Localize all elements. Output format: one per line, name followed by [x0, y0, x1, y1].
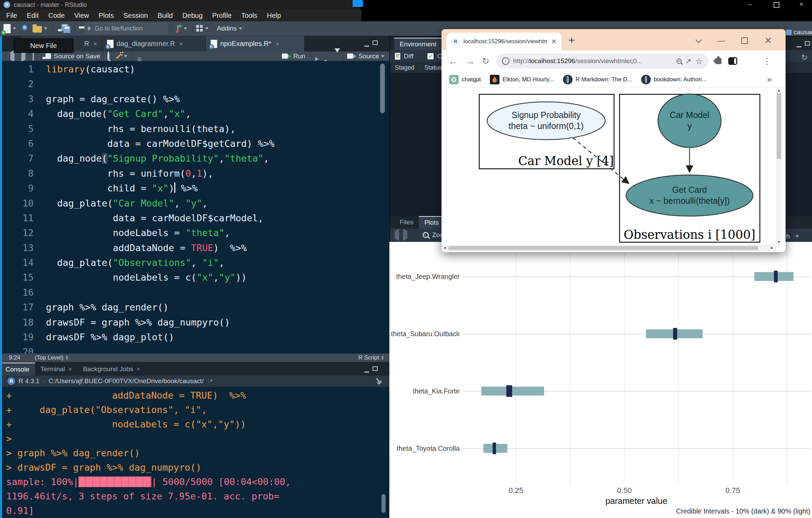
- editor-pane-minimize[interactable]: [364, 42, 369, 48]
- menu-build[interactable]: Build: [153, 10, 177, 21]
- hscroll-thumb[interactable]: [448, 246, 758, 250]
- tab-plots[interactable]: Plots: [419, 216, 444, 228]
- goto-directory-icon[interactable]: ➝: [205, 376, 215, 386]
- console-tab-console[interactable]: Console: [0, 363, 35, 376]
- browser-reload-button[interactable]: ↻: [482, 56, 490, 67]
- browser-tab[interactable]: R localhost:15296/session/viewhtm ✕: [446, 33, 562, 50]
- console-output[interactable]: + addDataNode = TRUE) %>%+ dag_plate("Ob…: [0, 387, 389, 518]
- close-button[interactable]: ×: [799, 0, 803, 8]
- url-text[interactable]: http://localhost:15296/session/viewhtmle…: [513, 57, 673, 65]
- tab-environment[interactable]: Environment: [394, 38, 442, 50]
- profile-avatar[interactable]: [744, 55, 756, 67]
- editor-scrollbar[interactable]: [380, 63, 385, 113]
- editor-tab-dag-diagrammer-r[interactable]: Rdag_diagrammer.R×: [102, 36, 206, 51]
- minimize-button[interactable]: –: [748, 0, 752, 8]
- console-pane-minimize[interactable]: [364, 368, 369, 374]
- goto-file-box[interactable]: [85, 23, 167, 34]
- bookmarks-overflow[interactable]: »: [767, 74, 772, 85]
- bookmark-star-icon[interactable]: ☆: [695, 56, 703, 66]
- find-button[interactable]: [107, 52, 109, 60]
- close-tab-icon[interactable]: ×: [179, 40, 183, 48]
- extensions-icon[interactable]: [715, 58, 721, 64]
- clear-console-icon[interactable]: [374, 376, 383, 386]
- tab-files[interactable]: Files: [394, 216, 419, 228]
- editor-tab-npoexamples-r[interactable]: RnpoExamples.R*×: [206, 36, 305, 51]
- editor-pane-maximize[interactable]: [373, 40, 378, 46]
- browser-forward-button[interactable]: →: [465, 56, 475, 67]
- menu-plots[interactable]: Plots: [94, 10, 119, 21]
- file-type-selector[interactable]: R Script: [358, 354, 384, 361]
- browser-menu-icon[interactable]: ⋮: [763, 56, 772, 67]
- tab-search-chevron-icon[interactable]: [696, 37, 702, 43]
- plot-refresh-button[interactable]: h↻: [786, 231, 812, 242]
- open-in-new-window-button[interactable]: [33, 52, 34, 60]
- goto-file-input[interactable]: [94, 25, 154, 33]
- diff-button[interactable]: Diff: [404, 52, 413, 60]
- zoom-out-icon[interactable]: [676, 59, 682, 64]
- open-file-button[interactable]: [33, 24, 49, 33]
- plot-back-button[interactable]: [395, 231, 399, 239]
- env-pane-maximize[interactable]: [805, 41, 810, 47]
- side-panel-icon[interactable]: [728, 57, 737, 65]
- browser-minimize-button[interactable]: —: [717, 36, 725, 45]
- site-info-icon[interactable]: i: [502, 57, 509, 65]
- project-menu[interactable]: causact: [786, 28, 812, 36]
- menu-help[interactable]: Help: [262, 10, 286, 21]
- menu-file[interactable]: File: [1, 10, 22, 21]
- run-next-chunk-button[interactable]: [334, 52, 340, 60]
- bookmark-chatgpt[interactable]: chatgpt: [449, 75, 481, 84]
- new-tab-button[interactable]: +: [568, 35, 575, 46]
- run-previous-chunk-button[interactable]: [323, 52, 328, 60]
- scope-selector[interactable]: (Top Level): [35, 354, 68, 361]
- git-refresh-button[interactable]: ↻: [791, 52, 812, 63]
- bookmark-bookdown-authori[interactable]: bookdown: Authori...: [641, 75, 707, 84]
- version-control-button[interactable]: [175, 25, 189, 32]
- status-column-header[interactable]: Status: [424, 64, 442, 71]
- menu-tools[interactable]: Tools: [236, 10, 262, 21]
- nav-forward-button[interactable]: [21, 52, 25, 60]
- console-tab-background-jobs[interactable]: Background Jobs×: [78, 363, 146, 376]
- browser-back-button[interactable]: ←: [448, 56, 458, 67]
- menu-debug[interactable]: Debug: [178, 10, 208, 21]
- run-button[interactable]: Run: [282, 52, 305, 60]
- maximize-button[interactable]: [774, 2, 779, 9]
- address-bar[interactable]: i http://localhost:15296/session/viewhtm…: [496, 54, 708, 69]
- new-file-button[interactable]: +: [3, 24, 18, 33]
- close-tab-icon[interactable]: ✕: [551, 37, 557, 46]
- menu-code[interactable]: Code: [44, 10, 70, 21]
- scroll-left-icon[interactable]: ◄: [443, 246, 447, 250]
- console-pane-maximize[interactable]: [373, 366, 378, 372]
- browser-close-button[interactable]: ✕: [764, 35, 772, 46]
- close-tab-icon[interactable]: ×: [136, 365, 140, 373]
- close-tab-icon[interactable]: ×: [275, 40, 279, 48]
- vscroll-thumb[interactable]: [777, 93, 781, 159]
- menu-view[interactable]: View: [70, 10, 94, 21]
- browser-maximize-button[interactable]: [741, 37, 748, 44]
- bookmark-elkton-md-hourly[interactable]: Elkton, MD Hourly...: [490, 75, 554, 84]
- env-pane-minimize[interactable]: [797, 43, 801, 49]
- menu-profile[interactable]: Profile: [208, 10, 237, 21]
- menu-edit[interactable]: Edit: [22, 10, 43, 21]
- browser-horizontal-scrollbar[interactable]: ◄ ►: [442, 245, 776, 251]
- share-icon[interactable]: ↗: [685, 57, 692, 65]
- nav-back-button[interactable]: [10, 52, 14, 60]
- close-tab-icon[interactable]: ×: [68, 365, 72, 373]
- working-directory[interactable]: C:/Users/ajf.BUEC-0F00TVX/OneDrive/book/…: [49, 377, 204, 385]
- bookmark-r-markdown-the-d[interactable]: R Markdown: The D...: [563, 75, 632, 84]
- scroll-right-icon[interactable]: ►: [770, 246, 774, 250]
- scroll-down-icon[interactable]: ▼: [776, 240, 782, 244]
- console-scrollbar[interactable]: [381, 494, 386, 513]
- save-all-button[interactable]: [61, 24, 70, 33]
- plot-forward-button[interactable]: [403, 231, 407, 239]
- console-tab-terminal[interactable]: Terminal×: [35, 363, 78, 376]
- code-tools-button[interactable]: [116, 55, 129, 57]
- close-tab-icon[interactable]: ×: [93, 40, 97, 48]
- source-button[interactable]: Source: [347, 52, 387, 60]
- workspace-panes-button[interactable]: [196, 25, 211, 32]
- addins-dropdown[interactable]: Addins: [215, 25, 244, 32]
- code-editor[interactable]: 1library(causact)23graph = dag_create() …: [0, 61, 389, 353]
- scroll-up-icon[interactable]: ▲: [776, 88, 782, 92]
- menu-session[interactable]: Session: [119, 10, 153, 21]
- staged-column-header[interactable]: Staged: [395, 64, 414, 71]
- browser-vertical-scrollbar[interactable]: ▲ ▼: [776, 87, 782, 245]
